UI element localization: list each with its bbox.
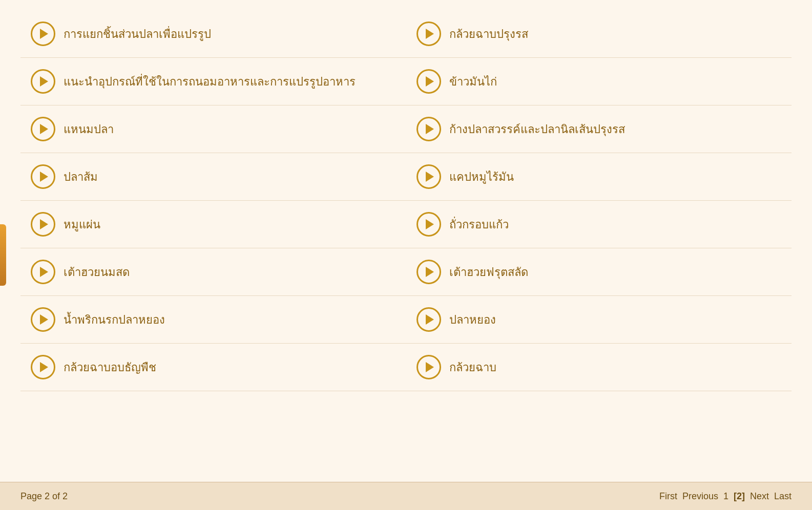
- play-icon: [417, 355, 441, 379]
- list-item[interactable]: กล้วยฉาบปรุงรส: [406, 10, 792, 58]
- item-label: แคปหมูไร้มัน: [449, 168, 514, 186]
- play-triangle: [40, 172, 48, 182]
- item-label: ก้างปลาสวรรค์และปลานิลเส้นปรุงรส: [449, 120, 625, 138]
- list-item[interactable]: ก้างปลาสวรรค์และปลานิลเส้นปรุงรส: [406, 105, 792, 153]
- item-label: กล้วยฉาบอบธัญพืช: [64, 358, 156, 376]
- list-item[interactable]: เต้าฮวยฟรุตสลัด: [406, 248, 792, 296]
- list-item[interactable]: ถั่วกรอบแก้ว: [406, 201, 792, 248]
- play-icon: [31, 307, 55, 332]
- play-triangle: [426, 124, 434, 134]
- play-icon: [417, 69, 441, 94]
- item-label: กล้วยฉาบ: [449, 358, 496, 376]
- play-triangle: [426, 219, 434, 229]
- play-icon: [31, 69, 55, 94]
- items-grid: การแยกชิ้นส่วนปลาเพื่อแปรรูป กล้วยฉาบปรุ…: [20, 10, 792, 391]
- play-triangle: [40, 76, 48, 87]
- play-triangle: [40, 267, 48, 277]
- list-item[interactable]: ปลาหยอง: [406, 296, 792, 344]
- item-label: ข้าวมันไก่: [449, 73, 497, 91]
- play-triangle: [40, 219, 48, 229]
- page-info: Page 2 of 2: [20, 491, 68, 502]
- play-icon: [31, 212, 55, 237]
- list-item[interactable]: การแยกชิ้นส่วนปลาเพื่อแปรรูป: [20, 10, 406, 58]
- play-icon: [417, 117, 441, 141]
- list-item[interactable]: น้ำพริกนรกปลาหยอง: [20, 296, 406, 344]
- list-item[interactable]: เต้าฮวยนมสด: [20, 248, 406, 296]
- play-triangle: [426, 29, 434, 39]
- previous-page-link[interactable]: Previous: [682, 491, 718, 502]
- play-icon: [417, 260, 441, 284]
- item-label: น้ำพริกนรกปลาหยอง: [64, 311, 165, 329]
- item-label: ปลาหยอง: [449, 311, 496, 329]
- item-label: กล้วยฉาบปรุงรส: [449, 25, 528, 43]
- list-item[interactable]: ข้าวมันไก่: [406, 58, 792, 105]
- first-page-link[interactable]: First: [659, 491, 677, 502]
- play-triangle: [426, 76, 434, 87]
- item-label: ถั่วกรอบแก้ว: [449, 216, 509, 233]
- item-label: แหนมปลา: [64, 120, 114, 138]
- page-1-link[interactable]: 1: [723, 491, 728, 502]
- play-triangle: [426, 362, 434, 372]
- play-icon: [417, 22, 441, 46]
- footer: Page 2 of 2 First Previous 1 [2] Next La…: [0, 482, 812, 510]
- next-page-link[interactable]: Next: [750, 491, 769, 502]
- item-label: ปลาส้ม: [64, 168, 98, 186]
- item-label: เต้าฮวยนมสด: [64, 263, 130, 281]
- item-label: หมูแผ่น: [64, 216, 100, 233]
- item-label: การแยกชิ้นส่วนปลาเพื่อแปรรูป: [64, 25, 211, 43]
- main-content: การแยกชิ้นส่วนปลาเพื่อแปรรูป กล้วยฉาบปรุ…: [0, 0, 812, 482]
- play-triangle: [40, 362, 48, 372]
- pagination: First Previous 1 [2] Next Last: [659, 491, 792, 502]
- play-icon: [31, 164, 55, 189]
- last-page-link[interactable]: Last: [774, 491, 792, 502]
- left-accent: [0, 224, 6, 286]
- list-item[interactable]: ปลาส้ม: [20, 153, 406, 201]
- play-icon: [31, 355, 55, 379]
- play-icon: [417, 212, 441, 237]
- play-icon: [31, 117, 55, 141]
- page-2-current: [2]: [734, 491, 745, 502]
- play-icon: [417, 307, 441, 332]
- play-icon: [31, 260, 55, 284]
- play-icon: [31, 22, 55, 46]
- play-triangle: [40, 314, 48, 325]
- list-item[interactable]: แคปหมูไร้มัน: [406, 153, 792, 201]
- list-item[interactable]: หมูแผ่น: [20, 201, 406, 248]
- play-triangle: [426, 172, 434, 182]
- play-icon: [417, 164, 441, 189]
- item-label: แนะนำอุปกรณ์ที่ใช้ในการถนอมอาหารและการแป…: [64, 73, 356, 91]
- play-triangle: [426, 267, 434, 277]
- list-item[interactable]: กล้วยฉาบ: [406, 344, 792, 391]
- play-triangle: [40, 29, 48, 39]
- list-item[interactable]: แนะนำอุปกรณ์ที่ใช้ในการถนอมอาหารและการแป…: [20, 58, 406, 105]
- list-item[interactable]: แหนมปลา: [20, 105, 406, 153]
- play-triangle: [40, 124, 48, 134]
- list-item[interactable]: กล้วยฉาบอบธัญพืช: [20, 344, 406, 391]
- item-label: เต้าฮวยฟรุตสลัด: [449, 263, 528, 281]
- play-triangle: [426, 314, 434, 325]
